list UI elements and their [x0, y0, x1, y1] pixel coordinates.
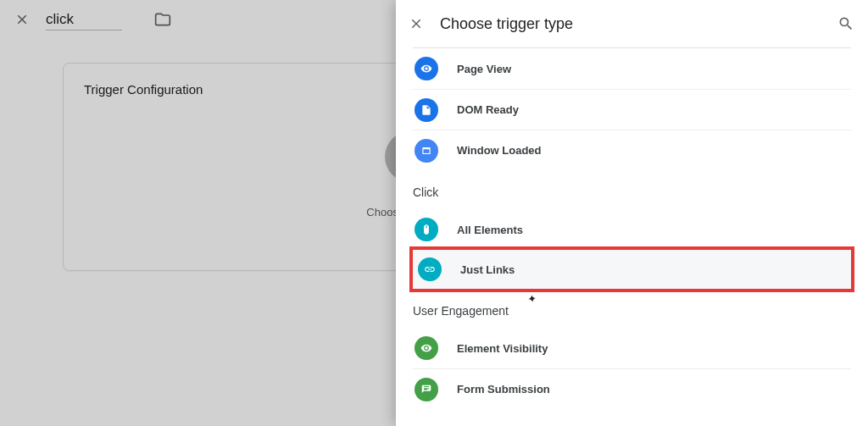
search-icon[interactable] [831, 8, 861, 39]
group-pageview: Page View DOM Ready Window Loaded [413, 47, 851, 170]
form-icon [415, 378, 438, 401]
group-user-engagement: User Engagement Element Visibility Form … [413, 289, 851, 409]
group-header-engagement: User Engagement [413, 289, 851, 328]
trigger-label: DOM Ready [457, 103, 519, 116]
trigger-row-page-view[interactable]: Page View [413, 48, 851, 89]
group-header-click: Click [413, 170, 851, 209]
trigger-row-window-loaded[interactable]: Window Loaded [413, 130, 851, 170]
trigger-label: Window Loaded [457, 144, 542, 157]
mouse-icon [415, 218, 438, 241]
link-icon [418, 257, 442, 281]
eye-icon [415, 336, 438, 360]
choose-trigger-panel: Choose trigger type Page View DOM Ready [396, 0, 868, 426]
trigger-label: Just Links [460, 263, 515, 276]
eye-icon [415, 57, 438, 80]
trigger-label: Form Submission [457, 383, 550, 396]
panel-title: Choose trigger type [440, 15, 573, 33]
trigger-row-dom-ready[interactable]: DOM Ready [413, 89, 851, 130]
group-click: Click All Elements Just Links ✦ [413, 170, 851, 292]
window-icon [415, 139, 438, 163]
trigger-row-all-elements[interactable]: All Elements [413, 209, 851, 250]
trigger-row-just-links[interactable]: Just Links ✦ [409, 246, 854, 292]
trigger-label: Element Visibility [457, 342, 548, 355]
svg-rect-1 [424, 149, 430, 153]
document-icon [415, 98, 438, 122]
trigger-label: All Elements [457, 224, 523, 236]
trigger-label: Page View [457, 63, 511, 75]
close-icon[interactable] [401, 8, 431, 39]
trigger-row-element-visibility[interactable]: Element Visibility [413, 328, 851, 368]
panel-header: Choose trigger type [396, 0, 868, 47]
cursor-icon: ✦ [526, 291, 537, 305]
trigger-row-form-submission[interactable]: Form Submission [413, 368, 851, 409]
